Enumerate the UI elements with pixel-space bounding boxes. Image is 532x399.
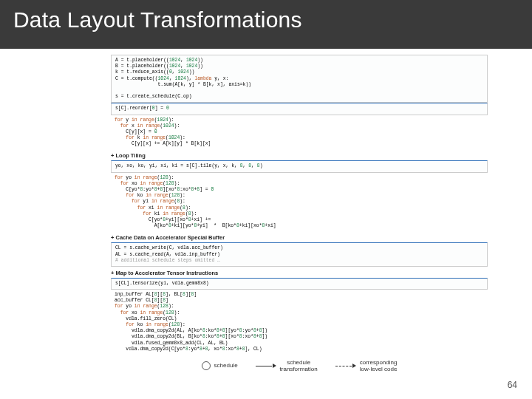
code-initial-expl: for y in range(1024): for x in range(102… (111, 115, 488, 150)
code-initial-sched: s[C].reorder[0] = 0 (111, 103, 488, 115)
page-number: 64 (508, 380, 517, 390)
section-cache: + Cache Data on Accelerator Special Buff… (111, 234, 488, 241)
slide-title: Data Layout Transformations (0, 0, 532, 49)
slide-body: A = t.placeholder((1024, 1024)) B = t.pl… (0, 49, 532, 372)
section-tiling: + Loop Tiling (111, 152, 488, 159)
legend-lowlevel: corresponding low-level code (360, 359, 398, 372)
legend-solid-arrow-icon (256, 364, 276, 368)
legend-dashed-arrow-icon (335, 364, 356, 368)
legend-schedule: schedule (214, 362, 238, 369)
section-map: + Map to Accelerator Tensor Instructions (111, 270, 488, 276)
code-tiling-expl: for yo in range(128): for xo in range(12… (111, 173, 488, 232)
code-map-sched: s[CL].tensorize(yi, vdla.gemm8x8) (111, 278, 488, 290)
legend-transform: schedule transformation (280, 359, 318, 372)
code-tiling-sched: yo, xo, ko, yi, xi, ki = s[C].tile(y, x,… (111, 160, 488, 172)
code-cache-sched: CL = s.cache_write(C, vdla.acc_buffer) A… (111, 242, 488, 267)
legend-circle-icon (202, 361, 211, 370)
legend: schedule schedule transformation corresp… (111, 359, 488, 372)
code-prelude: A = t.placeholder((1024, 1024)) B = t.pl… (111, 55, 488, 103)
code-map-expl: inp_buffer AL[8][8], BL[8][8] acc_buffer… (111, 290, 488, 355)
